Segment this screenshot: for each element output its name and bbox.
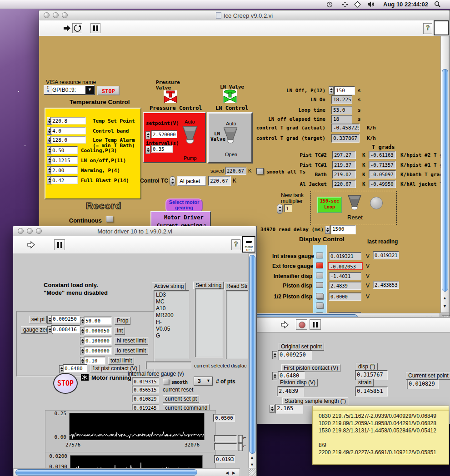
original-setpoint-field[interactable]: 0.009250 [278, 350, 312, 360]
motor-run-icon[interactable] [27, 241, 35, 248]
sticky-titlebar[interactable] [313, 406, 449, 411]
vi-icon-box[interactable] [434, 20, 449, 35]
temp-field[interactable]: 220.8 [50, 117, 86, 124]
continuous-checkbox[interactable] [106, 216, 113, 222]
active-string-item[interactable]: LD3 [154, 292, 189, 298]
visa-value[interactable]: GPIB0::9: [52, 87, 76, 93]
original-setpoint-spinner[interactable] [272, 351, 277, 359]
select-gearing-button[interactable]: Select motor gearing [165, 198, 203, 213]
smooth-all-checkbox[interactable] [256, 168, 264, 174]
graph2-plot[interactable] [70, 455, 203, 468]
temp-field[interactable]: 0.42 [50, 176, 78, 184]
temp-field[interactable]: 0.50 [50, 146, 78, 154]
gauge-zero-field[interactable]: 0.008416 [51, 325, 80, 333]
num-pts-dropdown[interactable]: 3 ▼ [194, 377, 213, 386]
interval-field[interactable]: 0.35 [151, 145, 173, 153]
ice-vscroll-down[interactable]: ▼ [443, 303, 447, 309]
first-contact-spinner[interactable] [272, 372, 277, 380]
sticky-note[interactable]: 0830 219.75/1.1627/-2.0939/0.040929/V0.0… [312, 406, 449, 465]
pause-icon[interactable] [90, 23, 100, 33]
run-continuous-icon[interactable] [72, 23, 82, 33]
motor-vscroll-down[interactable]: ▼ [250, 462, 254, 467]
read-delay-spinner[interactable] [325, 226, 330, 234]
control-tc-select[interactable]: Al jacket [177, 176, 206, 186]
graph1-axis-icon2[interactable]: ⌐ [243, 443, 246, 449]
graph1-plot[interactable] [69, 413, 205, 440]
ice-titlebar[interactable]: Ice Creep v9.0.2.vi [39, 10, 450, 21]
active-string-item[interactable]: V0.05 [154, 326, 189, 332]
display-row-button[interactable] [316, 253, 323, 258]
param-field[interactable]: 0.000000 [84, 347, 112, 355]
display-row-button[interactable] [316, 302, 323, 308]
active-string-item[interactable]: A10 [154, 305, 189, 312]
visa-dropdown-button[interactable]: ▼ [85, 86, 94, 94]
motor-vscroll-up[interactable]: ▲ [250, 455, 254, 460]
motor-stop-button[interactable]: STOP [53, 373, 78, 394]
control-tc-spinner[interactable] [170, 176, 175, 186]
spaces-icon[interactable] [342, 1, 348, 8]
active-string-item[interactable]: MC [154, 298, 189, 305]
display-row-button[interactable] [316, 282, 323, 288]
param-field[interactable]: 0.10 [84, 357, 105, 365]
param-field[interactable]: 50.00 [84, 317, 112, 325]
sample-length-spinner[interactable] [270, 405, 275, 413]
time-machine-icon[interactable] [326, 1, 333, 8]
sticky-text[interactable]: 0830 219.75/1.1627/-2.0939/0.040929/V0.0… [319, 412, 446, 456]
graph1-scale-field2[interactable] [214, 443, 237, 450]
temp-field[interactable]: 2.00 [50, 166, 78, 174]
ln-valve-icon[interactable] [222, 89, 238, 103]
motor-vscroll-thumb[interactable] [249, 255, 255, 454]
motor-hscroll-thumb[interactable] [15, 469, 197, 476]
contact-field[interactable]: 0.6480 [63, 364, 87, 372]
setpoint-spinner[interactable] [145, 131, 150, 139]
loop-indicator-lamp[interactable] [370, 197, 383, 209]
read-string-list[interactable] [226, 290, 248, 359]
smooth-checkbox[interactable] [163, 379, 169, 384]
graph1-slider1[interactable] [238, 435, 243, 443]
readout-spinner[interactable] [329, 86, 334, 94]
sample-length-field[interactable]: 2.165 [275, 404, 303, 414]
volume-icon[interactable] [367, 1, 375, 8]
pressure-knob[interactable] [181, 125, 199, 145]
param-field[interactable]: 0.100000 [84, 337, 112, 345]
ice-vscrollbar[interactable]: ▲ ▼ [440, 36, 449, 313]
motor-help-button[interactable]: ? [231, 239, 240, 250]
help-button[interactable]: ? [423, 23, 432, 34]
aux-record-icon[interactable] [296, 319, 307, 330]
active-string-item[interactable]: MR200 [154, 312, 189, 319]
param-field[interactable]: 0.000050 [84, 327, 112, 335]
motor-vscrollbar[interactable]: ▲ ▼ [248, 253, 256, 468]
aux-run-icon[interactable] [280, 321, 289, 328]
motor-titlebar[interactable]: Motor driver 10 to 1 v9.0.2.vi [13, 226, 256, 237]
display-row-button[interactable] [316, 273, 323, 278]
temp-field[interactable]: 4.0 [50, 127, 86, 134]
read-delay-field[interactable]: 1500 [330, 225, 356, 234]
display-row-button[interactable] [316, 293, 323, 299]
display-row-button[interactable] [316, 263, 323, 268]
graph1-scale-field1[interactable] [214, 435, 237, 442]
aux-pause-icon[interactable] [310, 319, 321, 330]
setpt-field[interactable]: 0.009250 [51, 315, 80, 323]
sent-string-list[interactable] [195, 288, 223, 357]
reset-knob[interactable] [347, 194, 362, 211]
active-string-item[interactable]: H- [154, 319, 189, 326]
stop-button[interactable]: STOP [97, 86, 120, 95]
temp-field[interactable]: 128.0 [50, 136, 86, 144]
motor-running-icon[interactable] [81, 374, 89, 381]
motor-hscroll-left[interactable]: ◀ [225, 470, 229, 476]
motor-hscroll-right[interactable]: ▶ [232, 470, 235, 476]
pressure-valve-icon[interactable] [163, 90, 178, 103]
motor-pause-icon[interactable] [54, 239, 65, 250]
ice-vscroll-up[interactable]: ▲ [443, 295, 447, 301]
visa-resource-combo[interactable]: IO GPIB0::9: ▼ [44, 85, 95, 95]
tank-field[interactable]: 1 [284, 204, 292, 212]
graph1-axis-icon1[interactable]: ⌐ [243, 435, 246, 441]
motor-resize-grip[interactable] [249, 469, 256, 476]
ice-vscroll-thumb[interactable] [442, 69, 448, 292]
motor-vi-icon-box[interactable]: motor 10:1 [242, 236, 255, 253]
spotlight-icon[interactable] [434, 1, 441, 8]
loop-150-button[interactable]: 150-sec Loop [317, 197, 342, 213]
airport-icon[interactable] [354, 1, 361, 8]
menubar-clock[interactable]: Aug 10 22:44:02 [383, 1, 428, 8]
readout-field[interactable]: 150 [334, 86, 355, 95]
